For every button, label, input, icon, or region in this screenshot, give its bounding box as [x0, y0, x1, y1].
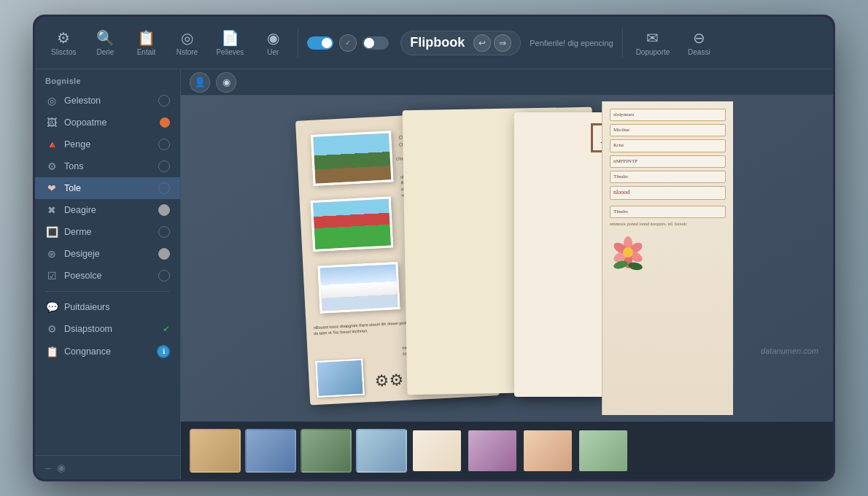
toolbar-item-entait[interactable]: 📋 Entait: [127, 25, 165, 61]
deassi-icon: ⊖: [693, 29, 705, 47]
toolbar-item-uer[interactable]: ◉ Uer: [254, 25, 292, 61]
toolbar-item-derie[interactable]: 🔍 Derie: [86, 25, 124, 61]
sidebar-item-tons[interactable]: ⚙ Tons: [35, 155, 180, 177]
photo-field: [311, 196, 394, 252]
derme-radio[interactable]: [158, 226, 170, 238]
footer-minus-icon[interactable]: –: [45, 462, 51, 473]
sidebar-item-label-desigeje: Desigeje: [64, 249, 152, 259]
geleston-icon: ◎: [45, 95, 58, 106]
sidebar-item-congnance[interactable]: 📋 Congnance ℹ: [35, 340, 180, 363]
tole-radio[interactable]: [158, 182, 170, 194]
sidebar-item-label-poesolce: Poesolce: [64, 271, 152, 281]
nav-prev-button[interactable]: ↩: [473, 34, 491, 52]
congnance-badge: ℹ: [157, 345, 170, 358]
sidebar-item-geleston[interactable]: ◎ Geleston: [35, 90, 180, 112]
sidebar-item-dsiapstoom[interactable]: ⚙ Dsiapstoom ✔: [35, 318, 180, 340]
circle-tool-button[interactable]: ◉: [216, 72, 236, 93]
thumbnail-1[interactable]: [190, 429, 241, 473]
sidebar-item-oopoatme[interactable]: 🖼 Oopoatme: [35, 112, 180, 133]
sidebar-item-puitdaieurs[interactable]: 💬 Puitdaieurs: [35, 296, 180, 318]
sticker-extra: Tlnulrc nmmrsoc ponnd lonnd nooppirs. nl…: [610, 206, 726, 228]
thumbnail-7[interactable]: [522, 429, 573, 473]
toolbar-item-deassi[interactable]: ⊖ Deassi: [680, 25, 718, 61]
thumbnail-2[interactable]: [245, 429, 296, 473]
main-toolbar: ⚙ Slisctos 🔍 Derie 📋 Entait ◎ Nstore 📄 P…: [35, 17, 833, 69]
toolbar-item-slicers[interactable]: ⚙ Slisctos: [44, 25, 83, 61]
oopoatme-radio[interactable]: [160, 117, 170, 128]
toolbar-label-slicers: Slisctos: [51, 48, 76, 56]
thumbnail-8[interactable]: [578, 429, 629, 473]
flipbook-view: Ostlirca llene Pustonisono Obturne Olast…: [181, 96, 833, 421]
toolbar-item-pelieves[interactable]: 📄 Pelieves: [209, 25, 251, 61]
tole-icon: ❤: [45, 182, 58, 194]
toolbar-separator-1: [298, 28, 298, 58]
thumbnail-5[interactable]: [411, 429, 462, 473]
flipbook-group: Flipbook ↩ ⇒: [400, 31, 521, 55]
sidebar-item-penge[interactable]: 🔺 Penge: [35, 133, 180, 155]
photo-small-left: [315, 359, 365, 398]
toolbar-item-dopuporte[interactable]: ✉ Dopuporte: [629, 25, 678, 61]
dsiapstoom-icon: ⚙: [45, 323, 58, 335]
sidebar: Bognisle ◎ Geleston 🖼 Oopoatme 🔺 Penge: [35, 69, 181, 479]
sidebar-item-label-deagire: Deagire: [64, 205, 152, 215]
slicers-icon: ⚙: [57, 29, 70, 47]
sidebar-item-poesolce[interactable]: ☑ Poesolce: [35, 265, 180, 287]
photo-mountain: [311, 131, 394, 186]
toolbar-label-derie: Derie: [97, 48, 115, 56]
sidebar-divider: [45, 291, 170, 292]
sticker-micilue: Micilue: [610, 124, 726, 136]
sidebar-item-derme[interactable]: 🔳 Derme: [35, 221, 180, 243]
poesolce-icon: ☑: [45, 270, 58, 282]
right-panel-overlay: slolynears Micilue Krisi nMFFINTF Tlnulr…: [602, 101, 733, 415]
nav-arrow-check: ✓: [339, 34, 357, 52]
sticker-nloood: nloood: [610, 186, 726, 200]
geleston-radio[interactable]: [158, 95, 170, 106]
sidebar-item-label-congnance: Congnance: [64, 346, 151, 357]
content-area: 👤 ◉: [181, 69, 833, 479]
toggle-label: Penfierile! dig epencing: [530, 39, 613, 47]
sidebar-item-label-puitdaieurs: Puitdaieurs: [64, 302, 170, 312]
deagire-icon: ✖: [45, 204, 58, 216]
monitor: ⚙ Slisctos 🔍 Derie 📋 Entait ◎ Nstore 📄 P…: [33, 15, 835, 481]
toolbar-label-pelieves: Pelieves: [216, 48, 244, 56]
nstore-icon: ◎: [181, 29, 193, 47]
tons-radio[interactable]: [158, 160, 170, 172]
toolbar-item-nstore[interactable]: ◎ Nstore: [168, 25, 206, 61]
toolbar-label-deassi: Deassi: [688, 48, 710, 56]
nav-next-button[interactable]: ⇒: [494, 34, 511, 52]
sidebar-item-label-dsiapstoom: Dsiapstoom: [64, 324, 157, 334]
derme-icon: 🔳: [45, 226, 58, 238]
thumbnail-4[interactable]: [356, 429, 407, 473]
footer-circle-icon[interactable]: ◉: [57, 462, 66, 473]
sidebar-item-label-penge: Penge: [64, 139, 152, 150]
thumbnail-6[interactable]: [467, 429, 518, 473]
sidebar-item-tole[interactable]: ❤ Tole: [35, 177, 180, 199]
svg-point-18: [623, 247, 633, 257]
sidebar-item-desigeje[interactable]: ⊛ Desigeje: [35, 243, 180, 265]
main-area: Bognisle ◎ Geleston 🖼 Oopoatme 🔺 Penge: [35, 69, 833, 479]
toggle-switch-2[interactable]: [363, 36, 389, 50]
deagire-radio[interactable]: [158, 204, 170, 216]
entait-icon: 📋: [137, 29, 155, 47]
oopoatme-icon: 🖼: [45, 117, 58, 128]
content-toolbar: 👤 ◉: [181, 69, 833, 96]
uer-icon: ◉: [267, 29, 279, 47]
sidebar-item-label-tole: Tole: [64, 183, 152, 193]
desigeje-radio[interactable]: [158, 248, 170, 260]
penge-radio[interactable]: [158, 139, 170, 150]
sticker-slolynears: slolynears: [610, 109, 726, 121]
toggle-switch[interactable]: [307, 36, 333, 50]
sidebar-item-deagire[interactable]: ✖ Deagire: [35, 199, 180, 221]
sidebar-item-label-derme: Derme: [64, 227, 152, 237]
thumbnail-3[interactable]: [301, 429, 352, 473]
user-tool-button[interactable]: 👤: [190, 72, 210, 93]
poesolce-radio[interactable]: [158, 270, 170, 282]
congnance-badge-icon: ℹ: [163, 348, 165, 355]
toolbar-label-entait: Entait: [137, 48, 156, 56]
watermark: datanumen.com: [761, 346, 818, 355]
sticker-nmffintf: nMFFINTF: [610, 155, 726, 168]
sidebar-item-label-tons: Tons: [64, 161, 152, 171]
thumbnail-strip: [181, 421, 833, 479]
tons-icon: ⚙: [45, 160, 58, 172]
nav-arrows: ↩ ⇒: [473, 34, 511, 52]
